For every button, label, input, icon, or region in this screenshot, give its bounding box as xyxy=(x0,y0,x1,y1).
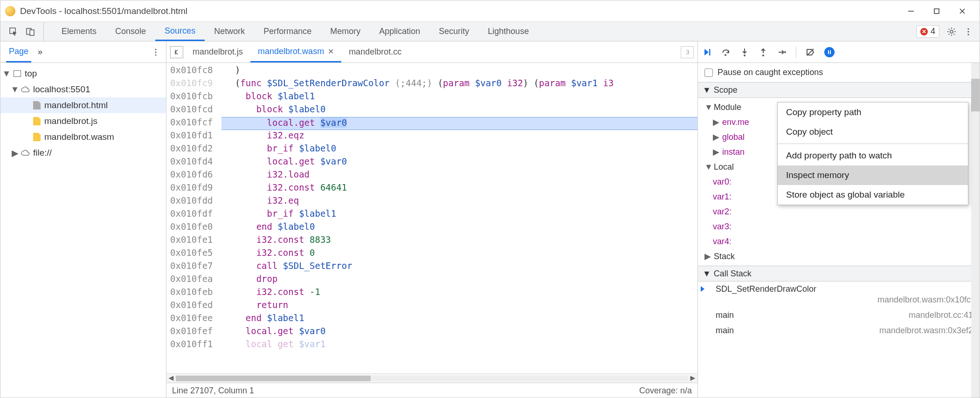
scope-section-header[interactable]: ▼Scope xyxy=(698,82,980,98)
scope-item-label: var0: xyxy=(713,177,732,187)
settings-gear-icon[interactable] xyxy=(947,27,956,36)
navigator-more-tabs[interactable]: » xyxy=(38,47,42,57)
gutter-address[interactable]: 0x010fed xyxy=(166,300,221,313)
pause-caught-exceptions-row[interactable]: Pause on caught exceptions xyxy=(698,63,980,82)
panel-tab-security[interactable]: Security xyxy=(429,22,478,41)
gutter-address[interactable]: 0x010fc9 xyxy=(166,78,221,91)
gutter-address[interactable]: 0x010fee xyxy=(166,313,221,326)
frame-location: mandelbrot.wasm:0x10fcf xyxy=(704,295,973,305)
panel-tab-application[interactable]: Application xyxy=(370,22,429,41)
panel-tab-network[interactable]: Network xyxy=(205,22,254,41)
gutter-address[interactable]: 0x010fcd xyxy=(166,104,221,117)
gutter-address[interactable]: 0x010fc8 xyxy=(166,65,221,78)
inspect-element-icon[interactable] xyxy=(9,27,18,36)
callstack-frame[interactable]: mainmandelbrot.cc:41 xyxy=(698,308,980,323)
svg-point-11 xyxy=(155,48,156,50)
gutter-address[interactable]: 0x010fd1 xyxy=(166,130,221,143)
scope-stack-label: Stack xyxy=(714,252,735,261)
editor-tab-label: mandelbrot.js xyxy=(193,47,243,57)
editor-tab[interactable]: mandelbrot.wasm✕ xyxy=(250,41,341,62)
context-menu-item[interactable]: Inspect memory xyxy=(778,165,968,185)
callstack-section-header[interactable]: ▼Call Stack xyxy=(698,266,980,281)
window-maximize-button[interactable] xyxy=(924,0,949,22)
window-minimize-button[interactable] xyxy=(898,0,924,22)
scope-item-label: var1: xyxy=(713,192,732,202)
gutter-address[interactable]: 0x010fd4 xyxy=(166,156,221,169)
pause-caught-label: Pause on caught exceptions xyxy=(718,68,823,77)
gutter-address[interactable]: 0x010fef xyxy=(166,326,221,339)
tree-file[interactable]: mandelbrot.html xyxy=(0,97,166,113)
gutter-address[interactable]: 0x010feb xyxy=(166,287,221,300)
step-into-icon[interactable] xyxy=(740,48,749,57)
editor-tab[interactable]: mandelbrot.js xyxy=(185,41,250,62)
pause-on-exceptions-icon[interactable] xyxy=(824,47,835,57)
gutter-address[interactable]: 0x010fe5 xyxy=(166,247,221,261)
editor-nav-back-icon[interactable] xyxy=(170,46,183,58)
panel-tab-elements[interactable]: Elements xyxy=(52,22,106,41)
editor-nav-fwd-icon[interactable] xyxy=(681,46,694,58)
window-close-button[interactable] xyxy=(949,0,975,22)
context-menu-item[interactable]: Copy object xyxy=(778,122,968,142)
debugger-vertical-scrollbar[interactable] xyxy=(971,63,980,398)
kebab-menu-icon[interactable] xyxy=(964,27,973,36)
step-icon[interactable] xyxy=(777,48,787,57)
editor-tab-label: mandelbrot.cc xyxy=(349,47,401,57)
sources-navigator: Page » ▼ top ▼ localhost:5501 mandelbrot… xyxy=(0,41,166,398)
context-menu-item[interactable]: Store object as global variable xyxy=(778,185,968,205)
gutter-address[interactable]: 0x010fd9 xyxy=(166,182,221,195)
resume-script-icon[interactable] xyxy=(703,48,712,57)
tree-file[interactable]: mandelbrot.js xyxy=(0,113,166,129)
code-area[interactable]: 0x010fc80x010fc90x010fcb0x010fcd0x010fcf… xyxy=(166,63,697,373)
gutter-address[interactable]: 0x010fdf xyxy=(166,208,221,221)
scope-stack[interactable]: ▶Stack xyxy=(698,249,980,264)
gutter-address[interactable]: 0x010ff1 xyxy=(166,339,221,352)
gutter-address[interactable]: 0x010fe0 xyxy=(166,221,221,234)
panel-tab-lighthouse[interactable]: Lighthouse xyxy=(478,22,538,41)
tree-file[interactable]: mandelbrot.wasm xyxy=(0,129,166,145)
navigator-page-tab[interactable]: Page xyxy=(6,41,31,62)
scope-local-item[interactable]: var3: xyxy=(698,219,980,234)
editor-tab[interactable]: mandelbrot.cc xyxy=(341,41,409,62)
code-line: i32.const 8833 xyxy=(221,234,697,247)
context-menu-item[interactable]: Copy property path xyxy=(778,103,968,122)
navigator-kebab-icon[interactable] xyxy=(151,48,160,57)
code-line: i32.eqz xyxy=(221,130,697,143)
step-out-icon[interactable] xyxy=(759,48,768,57)
gutter-address[interactable]: 0x010fd2 xyxy=(166,143,221,156)
code-line: block $label1 xyxy=(221,91,697,104)
deactivate-breakpoints-icon[interactable] xyxy=(806,48,815,57)
step-over-icon[interactable] xyxy=(721,48,731,57)
gutter-address[interactable]: 0x010fdd xyxy=(166,195,221,208)
tree-top-frame[interactable]: ▼ top xyxy=(0,66,166,82)
svg-point-8 xyxy=(967,28,969,29)
context-menu-item[interactable]: Add property path to watch xyxy=(778,146,968,165)
gutter-address[interactable]: 0x010fea xyxy=(166,274,221,287)
gutter-address[interactable]: 0x010fe7 xyxy=(166,261,221,274)
panel-tab-sources[interactable]: Sources xyxy=(155,22,205,41)
gutter-address[interactable]: 0x010fd6 xyxy=(166,169,221,182)
tree-file-scheme-label: file:// xyxy=(33,148,52,158)
tree-host[interactable]: ▼ localhost:5501 xyxy=(0,82,166,97)
gutter-address[interactable]: 0x010fcb xyxy=(166,91,221,104)
scope-local-item[interactable]: var4: xyxy=(698,234,980,249)
code-lines: ) (func $SDL_SetRenderDrawColor (;444;) … xyxy=(221,63,697,373)
editor-horizontal-scrollbar[interactable]: ◄► xyxy=(166,373,697,383)
pause-caught-checkbox[interactable] xyxy=(704,69,713,77)
panel-tab-memory[interactable]: Memory xyxy=(321,22,370,41)
error-count-badge[interactable]: ✕ 4 xyxy=(916,25,939,38)
tree-file-scheme[interactable]: ▶ file:// xyxy=(0,145,166,161)
gutter-address[interactable]: 0x010fcf xyxy=(166,117,221,130)
panel-tab-console[interactable]: Console xyxy=(106,22,155,41)
svg-point-9 xyxy=(967,31,969,32)
editor-tab-label: mandelbrot.wasm xyxy=(258,47,324,56)
svg-point-18 xyxy=(744,55,745,56)
callstack-frame[interactable]: mainmandelbrot.wasm:0x3ef2 xyxy=(698,323,980,338)
scope-local-item[interactable]: var2: xyxy=(698,204,980,219)
callstack-frame[interactable]: SDL_SetRenderDrawColormandelbrot.wasm:0x… xyxy=(698,281,980,308)
frame-location: mandelbrot.cc:41 xyxy=(909,310,973,320)
context-menu: Copy property pathCopy objectAdd propert… xyxy=(777,102,968,205)
device-toolbar-icon[interactable] xyxy=(26,27,35,36)
close-tab-icon[interactable]: ✕ xyxy=(328,47,334,56)
gutter-address[interactable]: 0x010fe1 xyxy=(166,234,221,247)
panel-tab-performance[interactable]: Performance xyxy=(254,22,321,41)
